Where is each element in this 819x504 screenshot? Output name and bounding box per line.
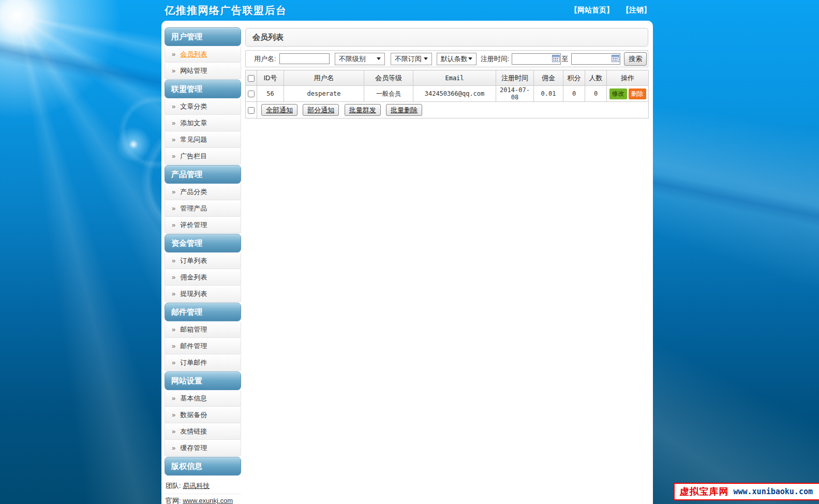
app-title: 亿推推网络广告联盟后台 — [165, 4, 287, 18]
notify-all-button[interactable]: 全部通知 — [261, 104, 297, 116]
sidebar-section-site-settings: 网站设置 — [165, 372, 241, 390]
sidebar-item-article-categories[interactable]: » 文章分类 — [165, 98, 241, 115]
subscribe-select[interactable]: 不限订阅 — [391, 53, 432, 65]
chevron-right-icon: » — [172, 50, 175, 58]
col-header-email: Email — [413, 70, 496, 86]
chevron-right-icon: » — [172, 102, 175, 110]
batch-send-button[interactable]: 批量群发 — [345, 104, 381, 116]
sidebar-section-user-management: 用户管理 — [165, 27, 241, 46]
page-size-select-value: 默认条数 — [441, 54, 468, 64]
sidebar-item-review-management[interactable]: » 评价管理 — [165, 217, 241, 233]
sidebar-item-product-categories[interactable]: » 产品分类 — [165, 184, 241, 200]
chevron-right-icon: » — [172, 290, 175, 298]
regtime-to-label: 至 — [561, 54, 568, 64]
row-checkbox[interactable] — [248, 91, 255, 97]
col-header-username: 用户名 — [284, 70, 364, 86]
delete-button[interactable]: 删除 — [629, 88, 646, 99]
batch-actions-row: 全部通知 部分通知 批量群发 批量删除 — [246, 102, 649, 118]
col-header-members: 人数 — [585, 70, 607, 86]
edit-button[interactable]: 修改 — [609, 88, 627, 99]
chevron-right-icon: » — [172, 221, 175, 229]
batch-checkbox[interactable] — [248, 107, 255, 114]
batch-delete-button[interactable]: 批量删除 — [386, 104, 422, 116]
sidebar-item-label: 订单列表 — [180, 256, 207, 265]
sidebar-item-label: 订单邮件 — [180, 358, 207, 367]
notify-partial-button[interactable]: 部分通知 — [303, 104, 339, 116]
sidebar-item-label: 邮箱管理 — [180, 325, 207, 334]
footer-team-label: 团队: — [166, 482, 183, 490]
sidebar-item-order-emails[interactable]: » 订单邮件 — [165, 354, 241, 371]
select-all-checkbox[interactable] — [248, 75, 255, 82]
chevron-right-icon: » — [172, 119, 175, 127]
chevron-right-icon: » — [172, 411, 175, 419]
cell-commission: 0.01 — [534, 86, 563, 102]
cell-regdate: 2014-07-08 — [496, 86, 534, 102]
calendar-icon[interactable] — [552, 55, 560, 64]
chevron-right-icon: » — [172, 204, 175, 212]
sidebar-item-label: 常见问题 — [180, 135, 207, 144]
logout-link[interactable]: 【注销】 — [622, 6, 651, 15]
page-size-select[interactable]: 默认条数 — [437, 53, 476, 65]
level-select[interactable]: 不限级别 — [335, 53, 385, 65]
sidebar-item-cache-management[interactable]: » 缓存管理 — [165, 440, 241, 456]
sidebar-item-label: 数据备份 — [180, 410, 207, 420]
chevron-right-icon: » — [172, 67, 175, 75]
table-header-row: ID号 用户名 会员等级 Email 注册时间 佣金 积分 人数 操作 — [246, 70, 649, 86]
cell-username: desperate — [284, 86, 364, 102]
sidebar-item-label: 佣金列表 — [180, 273, 207, 282]
username-input[interactable] — [279, 53, 330, 64]
chevron-right-icon: » — [172, 444, 175, 452]
regtime-start-input[interactable] — [512, 54, 550, 64]
chevron-right-icon: » — [172, 394, 175, 402]
col-header-commission: 佣金 — [534, 70, 563, 86]
batch-select-cell — [246, 102, 257, 118]
sidebar-section-email-management: 邮件管理 — [165, 303, 241, 321]
level-select-value: 不限级别 — [339, 54, 366, 64]
col-header-points: 积分 — [563, 70, 585, 86]
sidebar-item-label: 会员列表 — [180, 50, 207, 59]
sidebar-item-website-management[interactable]: » 网站管理 — [165, 63, 241, 79]
home-link[interactable]: 【网站首页】 — [570, 6, 614, 15]
footer-team-link[interactable]: 易讯科技 — [183, 482, 210, 490]
chevron-right-icon: » — [172, 325, 175, 333]
member-table: ID号 用户名 会员等级 Email 注册时间 佣金 积分 人数 操作 56 d… — [245, 70, 649, 118]
dropdown-arrow-icon — [424, 57, 428, 60]
regtime-end-input[interactable] — [572, 54, 610, 64]
col-header-regdate: 注册时间 — [496, 70, 534, 86]
row-select-cell — [246, 86, 257, 102]
sidebar-item-label: 缓存管理 — [180, 443, 207, 453]
calendar-icon[interactable] — [612, 55, 619, 64]
sidebar-item-email-manage[interactable]: » 邮件管理 — [165, 338, 241, 354]
sidebar-item-manage-products[interactable]: » 管理产品 — [165, 200, 241, 217]
chevron-right-icon: » — [172, 342, 175, 350]
search-button[interactable]: 搜索 — [624, 52, 647, 66]
footer-site-label: 官网: — [166, 497, 183, 504]
footer-site-link[interactable]: www.exunkj.com — [183, 497, 233, 504]
sidebar-item-add-article[interactable]: » 添加文章 — [165, 115, 241, 131]
select-all-cell — [246, 70, 257, 86]
col-header-level: 会员等级 — [364, 70, 413, 86]
chevron-right-icon: » — [172, 188, 175, 196]
sidebar-item-member-list[interactable]: » 会员列表 — [165, 46, 241, 63]
sidebar-item-label: 广告栏目 — [180, 152, 207, 161]
sidebar-item-friendly-links[interactable]: » 友情链接 — [165, 423, 241, 440]
chevron-right-icon: » — [172, 273, 175, 281]
sidebar-item-label: 产品分类 — [180, 187, 207, 197]
sidebar-section-alliance-management: 联盟管理 — [165, 80, 241, 98]
col-header-actions: 操作 — [607, 70, 649, 86]
sidebar-item-ad-columns[interactable]: » 广告栏目 — [165, 148, 241, 165]
sidebar-section-funds-management: 资金管理 — [165, 234, 241, 253]
batch-buttons-cell: 全部通知 部分通知 批量群发 批量删除 — [257, 102, 649, 118]
sidebar-item-withdrawal-list[interactable]: » 提现列表 — [165, 286, 241, 302]
sidebar-item-label: 友情链接 — [180, 427, 207, 436]
sidebar-item-label: 评价管理 — [180, 220, 207, 230]
sidebar-item-basic-info[interactable]: » 基本信息 — [165, 390, 241, 407]
sidebar-item-order-list[interactable]: » 订单列表 — [165, 253, 241, 269]
sidebar-item-faq[interactable]: » 常见问题 — [165, 131, 241, 148]
col-header-id: ID号 — [257, 70, 284, 86]
sidebar-item-label: 邮件管理 — [180, 342, 207, 351]
sidebar-item-data-backup[interactable]: » 数据备份 — [165, 407, 241, 423]
chevron-right-icon: » — [172, 257, 175, 264]
sidebar-item-commission-list[interactable]: » 佣金列表 — [165, 269, 241, 286]
sidebar-item-mailbox-management[interactable]: » 邮箱管理 — [165, 321, 241, 338]
